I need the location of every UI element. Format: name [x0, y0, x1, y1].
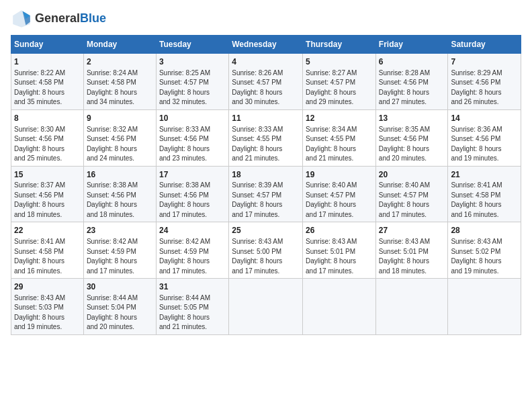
day-number: 3 [159, 56, 226, 68]
day-number: 24 [159, 225, 226, 236]
day-info: Sunrise: 8:43 AMSunset: 5:01 PMDaylight:… [306, 237, 373, 276]
day-info: Sunrise: 8:30 AMSunset: 4:56 PMDaylight:… [14, 125, 81, 164]
week-row-5: 29Sunrise: 8:43 AMSunset: 5:03 PMDayligh… [11, 279, 521, 335]
logo-icon [11, 8, 32, 30]
day-info: Sunrise: 8:33 AMSunset: 4:55 PMDaylight:… [232, 125, 300, 164]
day-header-friday: Friday [375, 36, 448, 54]
day-cell: 25Sunrise: 8:43 AMSunset: 5:00 PMDayligh… [229, 222, 303, 279]
day-number: 11 [232, 113, 300, 124]
day-cell: 22Sunrise: 8:41 AMSunset: 4:58 PMDayligh… [11, 222, 84, 279]
day-info: Sunrise: 8:43 AMSunset: 5:00 PMDaylight:… [232, 237, 300, 276]
day-cell: 10Sunrise: 8:33 AMSunset: 4:56 PMDayligh… [156, 109, 228, 166]
day-header-tuesday: Tuesday [156, 36, 228, 54]
day-info: Sunrise: 8:37 AMSunset: 4:56 PMDaylight:… [14, 181, 81, 220]
day-cell: 13Sunrise: 8:35 AMSunset: 4:56 PMDayligh… [375, 109, 448, 166]
week-row-4: 22Sunrise: 8:41 AMSunset: 4:58 PMDayligh… [11, 222, 521, 279]
day-cell: 12Sunrise: 8:34 AMSunset: 4:55 PMDayligh… [303, 109, 376, 166]
day-info: Sunrise: 8:38 AMSunset: 4:56 PMDaylight:… [159, 181, 226, 220]
day-of-week-row: SundayMondayTuesdayWednesdayThursdayFrid… [11, 36, 521, 54]
day-header-monday: Monday [83, 36, 156, 54]
calendar-body: 1Sunrise: 8:22 AMSunset: 4:58 PMDaylight… [11, 54, 521, 335]
day-number: 2 [87, 56, 153, 68]
day-info: Sunrise: 8:39 AMSunset: 4:57 PMDaylight:… [232, 181, 300, 220]
day-number: 13 [379, 113, 445, 124]
day-cell: 29Sunrise: 8:43 AMSunset: 5:03 PMDayligh… [11, 279, 84, 335]
page: GeneralBlue SundayMondayTuesdayWednesday… [0, 0, 532, 411]
day-number: 19 [306, 169, 373, 181]
day-number: 25 [232, 225, 300, 236]
day-number: 20 [379, 169, 445, 181]
day-cell: 19Sunrise: 8:40 AMSunset: 4:57 PMDayligh… [303, 166, 376, 222]
week-row-3: 15Sunrise: 8:37 AMSunset: 4:56 PMDayligh… [11, 166, 521, 222]
day-cell: 21Sunrise: 8:41 AMSunset: 4:58 PMDayligh… [448, 166, 521, 222]
day-info: Sunrise: 8:32 AMSunset: 4:56 PMDaylight:… [87, 125, 153, 164]
day-cell: 20Sunrise: 8:40 AMSunset: 4:57 PMDayligh… [375, 166, 448, 222]
day-number: 21 [451, 169, 518, 181]
week-row-1: 1Sunrise: 8:22 AMSunset: 4:58 PMDaylight… [11, 54, 521, 110]
day-number: 1 [14, 56, 81, 68]
day-number: 12 [306, 113, 373, 124]
day-info: Sunrise: 8:43 AMSunset: 5:02 PMDaylight:… [451, 237, 518, 276]
day-info: Sunrise: 8:24 AMSunset: 4:58 PMDaylight:… [87, 68, 153, 107]
day-cell: 7Sunrise: 8:29 AMSunset: 4:56 PMDaylight… [448, 54, 521, 110]
day-info: Sunrise: 8:27 AMSunset: 4:57 PMDaylight:… [306, 68, 373, 107]
day-cell: 5Sunrise: 8:27 AMSunset: 4:57 PMDaylight… [303, 54, 376, 110]
day-number: 9 [87, 113, 153, 124]
day-info: Sunrise: 8:41 AMSunset: 4:58 PMDaylight:… [14, 237, 81, 276]
day-cell: 23Sunrise: 8:42 AMSunset: 4:59 PMDayligh… [83, 222, 156, 279]
day-info: Sunrise: 8:44 AMSunset: 5:05 PMDaylight:… [159, 293, 226, 332]
day-info: Sunrise: 8:33 AMSunset: 4:56 PMDaylight:… [159, 125, 226, 164]
day-cell: 31Sunrise: 8:44 AMSunset: 5:05 PMDayligh… [156, 279, 228, 335]
day-cell: 26Sunrise: 8:43 AMSunset: 5:01 PMDayligh… [303, 222, 376, 279]
day-cell: 4Sunrise: 8:26 AMSunset: 4:57 PMDaylight… [229, 54, 303, 110]
day-number: 26 [306, 225, 373, 236]
day-cell: 18Sunrise: 8:39 AMSunset: 4:57 PMDayligh… [229, 166, 303, 222]
day-number: 16 [87, 169, 153, 181]
day-number: 14 [451, 113, 518, 124]
day-info: Sunrise: 8:43 AMSunset: 5:03 PMDaylight:… [14, 293, 81, 332]
day-info: Sunrise: 8:40 AMSunset: 4:57 PMDaylight:… [379, 181, 445, 220]
day-number: 22 [14, 225, 81, 236]
day-info: Sunrise: 8:22 AMSunset: 4:58 PMDaylight:… [14, 68, 81, 107]
day-number: 10 [159, 113, 226, 124]
day-cell: 27Sunrise: 8:43 AMSunset: 5:01 PMDayligh… [375, 222, 448, 279]
day-cell: 2Sunrise: 8:24 AMSunset: 4:58 PMDaylight… [83, 54, 156, 110]
day-number: 4 [232, 56, 300, 68]
day-header-sunday: Sunday [11, 36, 84, 54]
day-cell: 3Sunrise: 8:25 AMSunset: 4:57 PMDaylight… [156, 54, 228, 110]
day-cell: 14Sunrise: 8:36 AMSunset: 4:56 PMDayligh… [448, 109, 521, 166]
day-cell: 8Sunrise: 8:30 AMSunset: 4:56 PMDaylight… [11, 109, 84, 166]
day-cell: 11Sunrise: 8:33 AMSunset: 4:55 PMDayligh… [229, 109, 303, 166]
day-cell: 30Sunrise: 8:44 AMSunset: 5:04 PMDayligh… [83, 279, 156, 335]
day-cell: 28Sunrise: 8:43 AMSunset: 5:02 PMDayligh… [448, 222, 521, 279]
day-cell: 17Sunrise: 8:38 AMSunset: 4:56 PMDayligh… [156, 166, 228, 222]
day-cell: 24Sunrise: 8:42 AMSunset: 4:59 PMDayligh… [156, 222, 228, 279]
day-cell: 1Sunrise: 8:22 AMSunset: 4:58 PMDaylight… [11, 54, 84, 110]
day-cell: 15Sunrise: 8:37 AMSunset: 4:56 PMDayligh… [11, 166, 84, 222]
day-number: 7 [451, 56, 518, 68]
day-cell: 9Sunrise: 8:32 AMSunset: 4:56 PMDaylight… [83, 109, 156, 166]
calendar: SundayMondayTuesdayWednesdayThursdayFrid… [11, 35, 521, 335]
day-info: Sunrise: 8:44 AMSunset: 5:04 PMDaylight:… [87, 293, 153, 332]
day-cell [375, 279, 448, 335]
day-info: Sunrise: 8:25 AMSunset: 4:57 PMDaylight:… [159, 68, 226, 107]
week-row-2: 8Sunrise: 8:30 AMSunset: 4:56 PMDaylight… [11, 109, 521, 166]
day-number: 18 [232, 169, 300, 181]
day-cell [229, 279, 303, 335]
day-info: Sunrise: 8:42 AMSunset: 4:59 PMDaylight:… [159, 237, 226, 276]
day-number: 17 [159, 169, 226, 181]
day-info: Sunrise: 8:38 AMSunset: 4:56 PMDaylight:… [87, 181, 153, 220]
day-info: Sunrise: 8:40 AMSunset: 4:57 PMDaylight:… [306, 181, 373, 220]
day-info: Sunrise: 8:36 AMSunset: 4:56 PMDaylight:… [451, 125, 518, 164]
day-number: 29 [14, 281, 81, 293]
header: GeneralBlue [11, 8, 521, 30]
logo: GeneralBlue [11, 8, 106, 30]
day-number: 27 [379, 225, 445, 236]
day-info: Sunrise: 8:29 AMSunset: 4:56 PMDaylight:… [451, 68, 518, 107]
day-info: Sunrise: 8:35 AMSunset: 4:56 PMDaylight:… [379, 125, 445, 164]
day-info: Sunrise: 8:26 AMSunset: 4:57 PMDaylight:… [232, 68, 300, 107]
day-info: Sunrise: 8:43 AMSunset: 5:01 PMDaylight:… [379, 237, 445, 276]
day-cell [448, 279, 521, 335]
day-number: 15 [14, 169, 81, 181]
day-number: 8 [14, 113, 81, 124]
